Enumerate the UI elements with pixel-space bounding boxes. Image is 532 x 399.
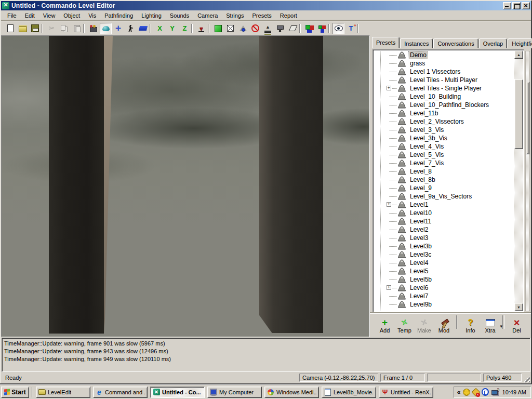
scroll-up-icon[interactable]: ▲: [514, 50, 523, 59]
action-button[interactable]: Info: [462, 315, 479, 336]
toolbar-button[interactable]: [83, 23, 87, 34]
tree-item[interactable]: Level_5_Vis: [374, 151, 514, 159]
tree-item[interactable]: Level_10_Pathfind_Blockers: [374, 101, 514, 109]
tree-item[interactable]: Level7: [374, 292, 514, 300]
toolbar-button[interactable]: Z: [179, 23, 191, 34]
toolbar-button[interactable]: [328, 23, 332, 34]
toolbar-button[interactable]: [42, 23, 45, 34]
tree-item[interactable]: Level3c: [374, 250, 514, 259]
tree-item[interactable]: Level6: [374, 284, 514, 292]
action-button[interactable]: Make: [416, 315, 433, 336]
tree-item[interactable]: Level3: [374, 234, 514, 242]
toolbar-button[interactable]: [191, 23, 195, 34]
tree-item[interactable]: Level_10_Building: [374, 92, 514, 101]
toolbar-button[interactable]: [195, 23, 207, 34]
tray-chevron-icon[interactable]: «: [457, 389, 461, 396]
action-button[interactable]: [455, 315, 459, 336]
toolbar-button[interactable]: [17, 23, 29, 34]
toolbar-button[interactable]: [208, 23, 211, 34]
globe-icon[interactable]: [463, 389, 470, 396]
toolbar-button[interactable]: [87, 23, 99, 34]
expand-toggle-icon[interactable]: [387, 86, 391, 90]
tree-item[interactable]: Level_9a_Vis_Sectors: [374, 192, 514, 201]
panel-tab[interactable]: Conversations: [433, 38, 478, 48]
action-button[interactable]: Temp: [396, 315, 413, 336]
task-button[interactable]: LevelEdit: [36, 387, 90, 398]
tree-item[interactable]: Level_2_Vissectors: [374, 117, 514, 126]
task-button[interactable]: My Computer: [207, 387, 262, 398]
tree-item[interactable]: Level_8b: [374, 176, 514, 184]
panel-scrollbar[interactable]: [525, 51, 530, 311]
menu-item[interactable]: Camera: [193, 11, 222, 20]
toolbar-button[interactable]: T: [345, 23, 357, 34]
alert-icon[interactable]: [472, 389, 480, 396]
menu-item[interactable]: Vis: [84, 11, 100, 20]
toolbar-button[interactable]: [100, 23, 112, 34]
tree-item[interactable]: Level Tiles - Multi Player: [374, 76, 514, 84]
menu-item[interactable]: Presets: [248, 11, 276, 20]
expand-toggle-icon[interactable]: [387, 285, 391, 290]
toolbar-button[interactable]: [212, 23, 224, 34]
task-button[interactable]: Windows Medi...: [264, 387, 319, 398]
tree-item[interactable]: Demo: [374, 51, 514, 59]
tree-item[interactable]: Level5b: [374, 275, 514, 284]
scroll-down-icon[interactable]: ▼: [514, 303, 523, 311]
tree-item[interactable]: Level10: [374, 209, 514, 217]
presets-tree[interactable]: Demo grass: [373, 49, 524, 312]
toolbar-button[interactable]: [112, 23, 124, 34]
viewport-3d[interactable]: [1, 35, 370, 337]
toolbar-button[interactable]: [224, 23, 236, 34]
menu-item[interactable]: Edit: [21, 11, 39, 20]
task-button[interactable]: Level8b_Movie...: [322, 387, 376, 398]
tree-item[interactable]: Level_7_Vis: [374, 159, 514, 167]
task-button[interactable]: Untitled - RenX...: [379, 387, 433, 398]
tree-item[interactable]: Level_3_Vis: [374, 126, 514, 134]
panel-tab[interactable]: Heightfield: [508, 38, 532, 48]
tree-item[interactable]: Level9b: [374, 300, 514, 309]
action-button[interactable]: Mod: [435, 315, 453, 336]
tree-item[interactable]: Level_4_Vis: [374, 142, 514, 151]
toolbar-button[interactable]: Y: [166, 23, 178, 34]
toolbar-button[interactable]: X: [154, 23, 166, 34]
tree-item[interactable]: Level_11b: [374, 109, 514, 117]
toolbar-button[interactable]: [262, 23, 274, 34]
toolbar-button[interactable]: [249, 23, 261, 34]
tree-item[interactable]: Level11: [374, 217, 514, 225]
task-button[interactable]: Untitled - Co...: [150, 387, 205, 398]
toolbar-button[interactable]: [58, 23, 70, 34]
network-icon[interactable]: [491, 389, 498, 396]
close-icon[interactable]: [522, 2, 530, 9]
tree-item[interactable]: Level_3b_Vis: [374, 134, 514, 142]
menu-item[interactable]: File: [3, 11, 21, 20]
toolbar-button[interactable]: [316, 23, 328, 34]
panel-tab[interactable]: Overlap: [479, 38, 508, 48]
start-button[interactable]: Start: [1, 387, 29, 398]
tree-item[interactable]: Level 1 Vissectors: [374, 68, 514, 76]
panel-tab[interactable]: Presets: [372, 37, 400, 48]
disc-icon[interactable]: [482, 389, 489, 396]
action-button[interactable]: Del: [508, 315, 525, 336]
menu-item[interactable]: Lighting: [137, 11, 166, 20]
tree-item[interactable]: Level_8: [374, 167, 514, 176]
toolbar-button[interactable]: [357, 23, 361, 34]
toolbar-button[interactable]: [332, 23, 344, 34]
toolbar-button[interactable]: [125, 23, 137, 34]
toolbar-button[interactable]: [303, 23, 315, 34]
toolbar-button[interactable]: [237, 23, 249, 34]
toolbar-button[interactable]: [137, 23, 149, 34]
action-button[interactable]: [501, 315, 506, 336]
menu-item[interactable]: Report: [276, 11, 301, 20]
resize-grip[interactable]: [524, 376, 530, 382]
maximize-icon[interactable]: [512, 2, 521, 9]
toolbar-button[interactable]: [46, 23, 58, 34]
tree-item[interactable]: grass: [374, 59, 514, 68]
action-button[interactable]: Add: [376, 315, 393, 336]
toolbar-button[interactable]: [29, 23, 41, 34]
titlebar[interactable]: Untitled - Commando Level Editor: [1, 1, 531, 10]
tree-item[interactable]: Level3b: [374, 242, 514, 250]
log-output[interactable]: TimeManager::Update: warning, frame 901 …: [2, 338, 530, 372]
menu-item[interactable]: Pathfinding: [100, 11, 137, 20]
scrollbar-thumb[interactable]: [514, 79, 523, 149]
toolbar-button[interactable]: [4, 23, 16, 34]
menu-item[interactable]: Object: [59, 11, 84, 20]
